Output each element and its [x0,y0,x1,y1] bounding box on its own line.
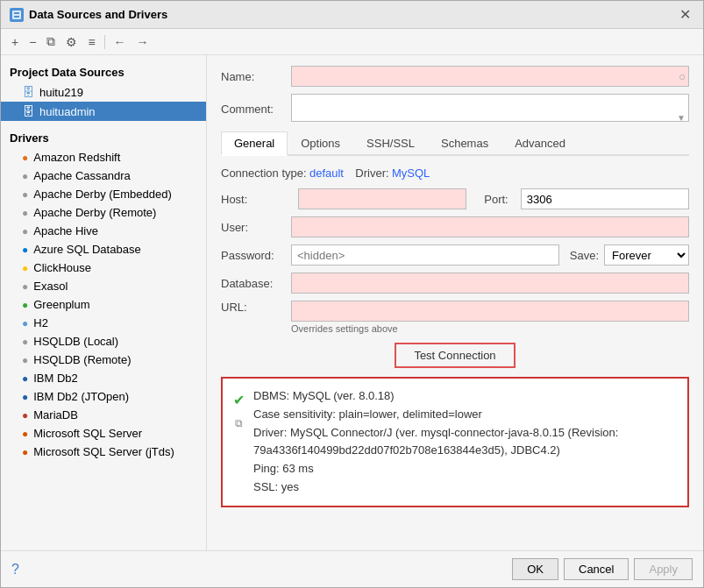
ok-button[interactable]: OK [512,558,558,580]
driver-label: Azure SQL Database [33,243,140,256]
driver-label: MariaDB [33,408,78,422]
driver-label: IBM Db2 (JTOpen) [33,390,129,403]
properties-button[interactable]: ⚙ [62,33,81,51]
svg-rect-1 [14,12,19,14]
url-row: URL: [221,301,689,322]
apply-button[interactable]: Apply [634,558,693,580]
driver-icon: ● [22,354,28,366]
driver-h2[interactable]: ● H2 [1,314,206,332]
comment-input[interactable] [291,94,689,122]
sql-button[interactable]: ≡ [84,33,98,51]
duplicate-button[interactable]: ⧉ [43,32,59,51]
driver-icon: ● [22,280,28,293]
close-button[interactable]: ✕ [676,6,694,23]
driver-icon: ● [22,262,28,274]
svg-rect-2 [14,16,19,18]
driver-icon: ● [22,207,28,219]
password-label: Password: [221,249,291,262]
driver-label: ClickHouse [33,261,91,274]
database-label: Database: [221,277,291,290]
driver-apache-hive[interactable]: ● Apache Hive [1,222,206,240]
tab-general[interactable]: General [221,131,288,156]
driver-mssql-jtds[interactable]: ● Microsoft SQL Server (jTds) [1,443,206,461]
app-icon [10,8,24,22]
url-input[interactable] [291,301,689,322]
result-box: ✔ ⧉ DBMS: MySQL (ver. 8.0.18) Case sensi… [221,377,689,507]
overrides-text: Overrides settings above [291,323,689,334]
driver-apache-derby-remote[interactable]: ● Apache Derby (Remote) [1,203,206,222]
user-row: User: [221,216,689,237]
name-clear-icon[interactable]: ○ [679,70,686,83]
project-item-huitu219[interactable]: 🗄 huitu219 [1,82,206,102]
host-input[interactable] [298,188,466,209]
cancel-button[interactable]: Cancel [564,558,629,580]
driver-value[interactable]: MySQL [392,166,430,180]
driver-hsqldb-remote[interactable]: ● HSQLDB (Remote) [1,351,206,369]
database-input[interactable] [291,273,689,294]
project-item-label-selected: huituadmin [39,105,96,118]
add-button[interactable]: + [8,33,22,51]
driver-apache-cassandra[interactable]: ● Apache Cassandra [1,166,206,185]
tab-advanced[interactable]: Advanced [501,131,579,154]
driver-mariadb[interactable]: ● MariaDB [1,406,206,424]
driver-label: Apache Derby (Embedded) [33,188,172,201]
project-item-huituadmin[interactable]: 🗄 huituadmin [1,102,206,121]
driver-ibm-db2[interactable]: ● IBM Db2 [1,369,206,387]
bottom-bar: ? OK Cancel Apply [1,550,703,587]
driver-exasol[interactable]: ● Exasol [1,277,206,295]
driver-label-text: Driver: [355,166,388,180]
driver-label: Amazon Redshift [33,151,120,164]
left-panel: Project Data Sources 🗄 huitu219 🗄 huitua… [1,55,207,550]
tabs: General Options SSH/SSL Schemas Advanced [221,131,689,156]
check-icon: ✔ [233,389,245,412]
back-button[interactable]: ← [110,33,130,51]
tab-ssh-ssl[interactable]: SSH/SSL [353,131,428,154]
comment-row: Comment: ▼ [221,94,689,124]
name-input-wrapper: ○ [291,66,689,87]
driver-icon: ● [22,225,28,237]
name-row: Name: ○ [221,66,689,87]
port-input[interactable] [521,188,689,209]
project-sources-title: Project Data Sources [1,62,206,82]
main-content: Project Data Sources 🗄 huitu219 🗄 huitua… [1,55,703,550]
connection-type-row: Connection type: default Driver: MySQL [221,166,689,180]
tab-schemas[interactable]: Schemas [428,131,501,154]
password-input[interactable] [291,244,559,266]
save-select[interactable]: Forever Until restart Never [604,244,689,266]
tab-options[interactable]: Options [288,131,353,154]
driver-greenplum[interactable]: ● Greenplum [1,295,206,314]
driver-label: Apache Cassandra [33,169,131,182]
driver-icon: ● [22,152,28,164]
conn-type-value[interactable]: default [309,166,344,180]
result-line2: Case sensitivity: plain=lower, delimited… [253,406,677,424]
driver-hsqldb-local[interactable]: ● HSQLDB (Local) [1,332,206,351]
remove-button[interactable]: − [25,33,39,51]
test-connection-button[interactable]: Test Connection [395,343,515,368]
driver-label: Microsoft SQL Server (jTds) [33,445,174,458]
driver-apache-derby-embedded[interactable]: ● Apache Derby (Embedded) [1,185,206,203]
driver-icon: ● [22,170,28,182]
driver-amazon-redshift[interactable]: ● Amazon Redshift [1,148,206,166]
conn-type-label: Connection type: [221,166,307,180]
user-input[interactable] [291,216,689,237]
driver-mssql[interactable]: ● Microsoft SQL Server [1,424,206,443]
help-icon[interactable]: ? [11,562,19,577]
name-input[interactable] [291,66,689,87]
forward-button[interactable]: → [133,33,153,51]
drivers-title: Drivers [1,128,206,148]
database-row: Database: [221,273,689,294]
driver-ibm-db2-jtopen[interactable]: ● IBM Db2 (JTOpen) [1,387,206,406]
host-label: Host: [221,193,291,206]
copy-icon[interactable]: ⧉ [235,415,243,432]
driver-icon: ● [22,244,28,256]
driver-azure-sql[interactable]: ● Azure SQL Database [1,240,206,259]
port-label: Port: [484,193,508,206]
driver-clickhouse[interactable]: ● ClickHouse [1,259,206,277]
db-icon: 🗄 [22,85,34,99]
result-line3: Driver: MySQL Connector/J (ver. mysql-co… [253,424,677,443]
right-panel: Name: ○ Comment: ▼ General Options SSH/S… [207,55,703,550]
driver-label: Greenplum [33,298,89,311]
driver-label: HSQLDB (Remote) [33,353,131,366]
comment-expand-icon[interactable]: ▼ [677,113,686,123]
driver-label: H2 [33,316,48,329]
